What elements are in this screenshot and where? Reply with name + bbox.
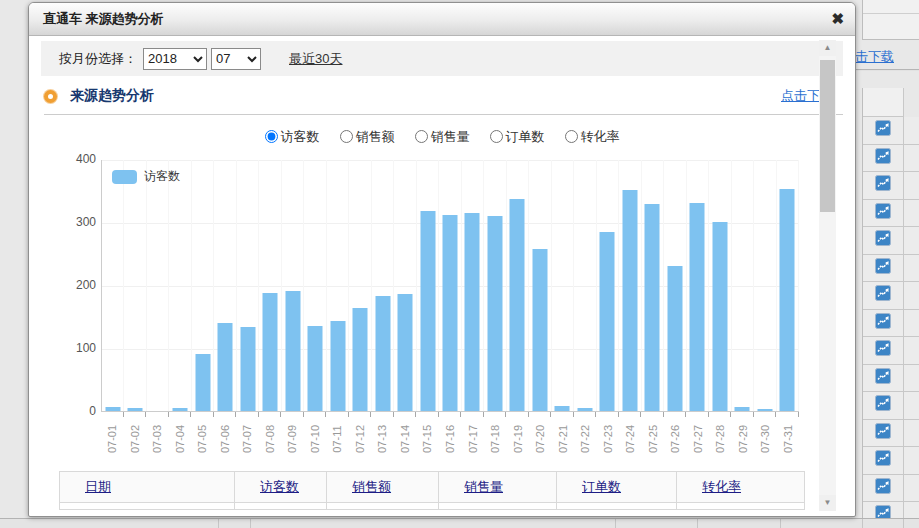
trend-chart-icon-cell (863, 475, 904, 502)
metric-radio-label: 销售额 (356, 129, 395, 144)
month-select[interactable]: 07 (211, 48, 261, 70)
legend-label: 访客数 (144, 168, 180, 185)
divider (903, 519, 904, 528)
x-axis-label: 07-06 (214, 417, 237, 461)
x-axis-label-text: 07-18 (489, 425, 501, 453)
bar (757, 409, 772, 411)
table-header-link[interactable]: 访客数 (260, 479, 299, 494)
metric-option[interactable]: 转化率 (565, 129, 620, 144)
table-header-link[interactable]: 日期 (85, 479, 111, 494)
background-table-row (863, 310, 919, 338)
trend-chart-icon-cell (863, 447, 904, 474)
divider (862, 519, 863, 528)
metric-radio[interactable] (565, 130, 578, 143)
dialog-scrollbar[interactable]: ▲ ▼ (819, 40, 836, 511)
x-axis-label-text: 07-09 (286, 425, 298, 453)
x-axis-label-text: 07-28 (714, 425, 726, 453)
table-cell (677, 503, 805, 510)
y-axis-label: 0 (60, 404, 96, 418)
bar-slot (709, 160, 731, 411)
recent-30-days-link[interactable]: 最近30天 (289, 50, 342, 68)
x-axis-label: 07-22 (574, 417, 597, 461)
background-table-row (863, 227, 919, 255)
divider (218, 519, 219, 528)
metric-radio[interactable] (490, 130, 503, 143)
x-axis-label: 07-11 (326, 417, 349, 461)
x-axis-label: 07-05 (191, 417, 214, 461)
bar-slot (597, 160, 619, 411)
close-icon[interactable]: ✖ (831, 10, 844, 28)
background-table-row (863, 200, 919, 228)
bar (735, 407, 750, 411)
y-axis-label: 400 (60, 152, 96, 166)
bar-slot (394, 160, 416, 411)
table-header-link[interactable]: 销售额 (352, 479, 391, 494)
divider (855, 69, 919, 71)
table-header-link[interactable]: 销售量 (464, 479, 503, 494)
trend-chart-icon[interactable] (875, 340, 891, 360)
trend-chart-icon[interactable] (875, 450, 891, 470)
trend-chart-icon[interactable] (875, 120, 891, 140)
table-cell (439, 503, 557, 510)
trend-chart-icon[interactable] (875, 368, 891, 388)
scroll-down-icon[interactable]: ▼ (819, 495, 836, 511)
bar-slot (732, 160, 754, 411)
x-axis-label: 07-23 (596, 417, 619, 461)
table-header-link[interactable]: 订单数 (582, 479, 621, 494)
trend-chart-icon[interactable] (875, 230, 891, 250)
bar-slot (462, 160, 484, 411)
bar-slot (147, 160, 169, 411)
bar-slot (619, 160, 641, 411)
legend-swatch-icon (112, 170, 137, 184)
table-header-cell: 销售额 (327, 472, 439, 503)
bar (128, 408, 143, 411)
x-axis-label: 07-07 (236, 417, 259, 461)
chart-legend[interactable]: 访客数 (112, 168, 180, 185)
metric-radio[interactable] (340, 130, 353, 143)
trend-chart-icon[interactable] (875, 148, 891, 168)
metric-option[interactable]: 销售额 (340, 129, 395, 144)
metric-option[interactable]: 订单数 (490, 129, 545, 144)
x-axis-label: 07-09 (281, 417, 304, 461)
metric-radio[interactable] (415, 130, 428, 143)
x-axis-label: 07-27 (686, 417, 709, 461)
metric-radio[interactable] (265, 130, 278, 143)
trend-chart-icon[interactable] (875, 285, 891, 305)
trend-chart-icon[interactable] (875, 258, 891, 278)
metric-option[interactable]: 销售量 (415, 129, 470, 144)
page: { "background": { "download_link": "点击下载… (0, 0, 919, 528)
metric-option[interactable]: 访客数 (265, 129, 320, 144)
trend-chart-icon[interactable] (875, 203, 891, 223)
bar (600, 232, 615, 411)
bar-slot (327, 160, 349, 411)
trend-chart-icon-cell (863, 420, 904, 447)
x-axis-label-text: 07-25 (647, 425, 659, 453)
trend-chart-icon[interactable] (875, 423, 891, 443)
month-picker-bar: 按月份选择： 2018 07 最近30天 (41, 41, 843, 76)
trend-chart-icon[interactable] (875, 175, 891, 195)
x-axis-label: 07-15 (416, 417, 439, 461)
dialog-titlebar[interactable]: 直通车 来源趋势分析 ✖ (29, 3, 855, 36)
x-axis-label-text: 07-08 (264, 425, 276, 453)
bar (487, 216, 502, 411)
trend-chart-icon[interactable] (875, 395, 891, 415)
scrollbar-thumb[interactable] (820, 60, 835, 212)
orange-bullet-icon (44, 90, 57, 103)
background-table-bottom-row (0, 518, 919, 528)
table-cell (557, 503, 677, 510)
trend-chart-icon-cell (863, 145, 904, 172)
bar-slot (124, 160, 146, 411)
scroll-up-icon[interactable]: ▲ (819, 40, 836, 56)
table-header-link[interactable]: 转化率 (702, 479, 741, 494)
bar (173, 408, 188, 411)
x-axis-label: 07-04 (169, 417, 192, 461)
background-download-link[interactable]: 点击下载 (855, 48, 894, 66)
divider (863, 13, 919, 14)
bar (780, 189, 795, 411)
trend-chart-icon-cell (863, 337, 904, 364)
year-select[interactable]: 2018 (143, 48, 207, 70)
trend-chart-icon[interactable] (875, 478, 891, 498)
trend-chart-icon-cell (863, 392, 904, 419)
trend-analysis-dialog: 直通车 来源趋势分析 ✖ 按月份选择： 2018 07 最近30天 来源趋势分析… (28, 2, 856, 517)
trend-chart-icon[interactable] (875, 313, 891, 333)
